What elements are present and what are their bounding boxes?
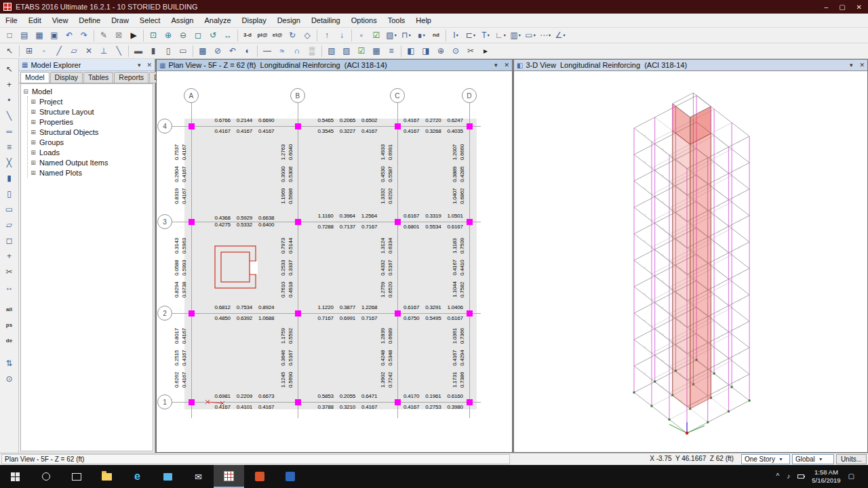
grid-bubble-A[interactable]: A [184,88,199,103]
select-all-icon[interactable]: ▩ [195,44,210,58]
open-icon[interactable]: ▤ [17,28,32,43]
column-marker[interactable] [395,399,401,405]
flip-left-icon[interactable]: ◧ [403,44,418,58]
panel-close-icon[interactable]: ✕ [146,62,152,68]
search-button[interactable] [31,465,61,488]
menu-design[interactable]: Design [272,14,306,28]
etabs-taskbar-icon[interactable] [214,465,244,488]
run-analysis-icon[interactable]: ▶ [126,28,141,43]
menu-detailing[interactable]: Detailing [306,14,346,28]
show-all-text-icon[interactable]: all [1,302,16,317]
draw-frame-icon[interactable]: ╲ [1,108,16,123]
tee-section-icon[interactable]: T▾ [478,28,493,43]
column-marker[interactable] [295,310,301,317]
shear-wall-core-outline[interactable] [211,241,265,295]
move-up-story-icon[interactable]: ↑ [319,28,334,43]
plan-chevron-down-icon[interactable]: ▾ [494,62,498,68]
assign-joint-icon[interactable]: ▧ [324,44,339,58]
draw-section-cut-icon[interactable]: ✂ [1,264,16,279]
column-marker[interactable] [395,219,401,225]
save-icon[interactable]: ▦ [32,28,47,43]
tree-node-structural-objects[interactable]: ⊞Structural Objects [30,127,151,137]
plan-view-icon[interactable]: pl@ [255,28,270,43]
plot-selection-icon[interactable]: ps [1,318,16,332]
section-cut-icon[interactable]: ✂ [463,44,478,58]
show-grid-icon[interactable]: ▦ [369,44,384,58]
quick-draw-beam-icon[interactable]: ═ [1,124,16,138]
draw-floor-icon[interactable]: ▭ [176,44,191,58]
frame-display-icon[interactable]: ⊓▾ [399,28,414,43]
show-undeformed-icon[interactable]: — [260,44,275,58]
grid-bubble-C[interactable]: C [390,88,405,103]
plan-view-canvas[interactable]: ABCD43210.6766 0.2144 0.66900.4167 0.416… [157,71,512,452]
clear-selection-icon[interactable]: ⊘ [210,44,225,58]
column-marker[interactable] [189,219,195,225]
column-marker[interactable] [467,399,473,405]
menu-define[interactable]: Define [73,14,106,28]
menu-file[interactable]: File [0,14,23,28]
lock-model-icon[interactable]: ⊠ [111,28,126,43]
menu-edit[interactable]: Edit [23,14,47,28]
grid-bubble-4[interactable]: 4 [157,119,172,134]
plan-view-titlebar[interactable]: ▦ Plan View - 5F - Z = 62 (ft) Longitudi… [157,60,512,71]
menu-help[interactable]: Help [410,14,437,28]
snap-to-edge-icon[interactable]: ▱ [66,44,81,58]
minimize-button[interactable]: – [825,3,829,11]
elevation-view-icon[interactable]: el@ [270,28,285,43]
3d-close-icon[interactable]: ✕ [859,62,865,68]
quick-draw-wall-icon[interactable]: ▯ [1,186,16,201]
grid-bubble-D[interactable]: D [462,88,477,103]
menu-assign[interactable]: Assign [165,14,199,28]
task-view-button[interactable] [61,465,92,488]
snap-to-grid-icon[interactable]: ⊞ [22,44,37,58]
snap-to-joint-icon[interactable]: ◦ [37,44,52,58]
check-model-icon[interactable]: ☑ [354,44,369,58]
mail-icon[interactable]: ✉ [183,465,214,488]
tree-node-groups[interactable]: ⊞Groups [30,137,151,147]
column-marker[interactable] [295,399,301,405]
menu-select[interactable]: Select [134,14,166,28]
measure-angle-icon[interactable]: ∠▾ [553,28,568,43]
draw-wall-icon[interactable]: ▮ [1,171,16,185]
3d-chevron-down-icon[interactable]: ▾ [850,62,853,68]
column-marker[interactable] [467,310,473,317]
tab-model[interactable]: Model [20,72,50,83]
invert-selection-icon[interactable]: ◐ [240,44,255,58]
show-menu-icon[interactable]: ≡ [384,44,399,58]
3d-building-wireframe[interactable] [514,71,867,452]
pinned-app-blue-icon[interactable] [275,465,305,488]
tab-reports[interactable]: Reports [114,72,149,83]
print-icon[interactable]: ▣ [47,28,62,43]
column-marker[interactable] [189,399,195,405]
zoom-rubber-band-icon[interactable]: ⊡ [146,28,161,43]
tree-node-named-output-items[interactable]: ⊞Named Output Items [30,157,151,167]
3d-view-icon[interactable]: 3-d [240,28,255,43]
show-deformed-shape-icon[interactable]: ≈ [275,44,290,58]
draw-beam-icon[interactable]: ▬ [131,44,146,58]
more-sections-icon[interactable]: ⋯▾ [538,28,553,43]
draw-brace-icon[interactable]: ╳ [1,155,16,169]
undo-icon[interactable]: ↶ [62,28,77,43]
edge-browser-icon[interactable]: e [122,465,153,488]
detailing-edit-icon[interactable]: de [1,333,16,348]
wall-section-icon[interactable]: ▭▾ [523,28,538,43]
store-icon[interactable] [153,465,183,488]
panel-chevron-down-icon[interactable]: ▾ [138,62,141,68]
menu-analyze[interactable]: Analyze [199,14,236,28]
column-marker[interactable] [395,310,401,317]
system-clock[interactable]: 1:58 AM 5/16/2019 [812,468,840,485]
grid-bubble-2[interactable]: 2 [157,306,172,321]
show-stress-icon[interactable]: ▒ [304,44,319,58]
grid-bubble-1[interactable]: 1 [157,394,172,409]
zoom-in-icon[interactable]: ⊕ [161,28,176,43]
nd-icon[interactable]: nd [429,28,443,43]
flip-view-icon[interactable]: ⇅ [1,356,16,370]
tree-node-structure-layout[interactable]: ⊞Structure Layout [30,106,151,117]
angle-section-icon[interactable]: ∟▾ [493,28,508,43]
redo-icon[interactable]: ↷ [77,28,92,43]
measure-icon[interactable]: ↔ [1,280,16,294]
menu-draw[interactable]: Draw [106,14,134,28]
perspective-toggle-icon[interactable]: ◇ [300,28,315,43]
channel-section-icon[interactable]: ⊏▾ [463,28,478,43]
draw-wall-icon[interactable]: ▯ [161,44,176,58]
